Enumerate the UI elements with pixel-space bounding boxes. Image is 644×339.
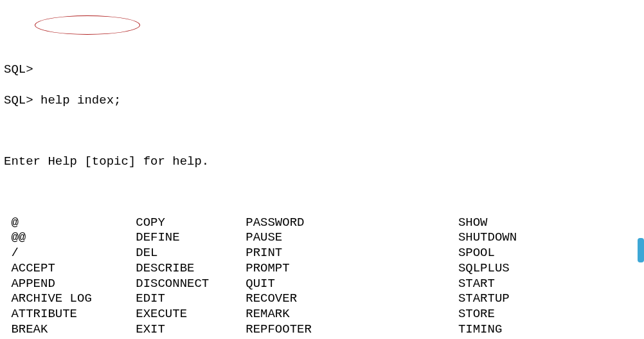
entered-command: help index;	[40, 93, 121, 107]
help-topics-row: @ COPY PASSWORD SHOW	[4, 215, 640, 231]
sql-prompt: SQL>	[4, 62, 33, 77]
blank-line	[4, 124, 640, 139]
help-topics-row: ARCHIVE LOG EDIT RECOVER STARTUP	[4, 291, 640, 307]
help-intro: Enter Help [topic] for help.	[4, 154, 640, 170]
prompt-line-empty: SQL>	[4, 62, 640, 78]
prompt-line-command[interactable]: SQL> help index;	[4, 93, 640, 109]
blank-line	[4, 185, 640, 200]
help-topics-row: / DEL PRINT SPOOL	[4, 246, 640, 261]
scrollbar-hint[interactable]	[638, 238, 644, 262]
help-topics-row: BREAK EXIT REPFOOTER TIMING	[4, 322, 640, 338]
help-topics-row: ACCEPT DESCRIBE PROMPT SQLPLUS	[4, 261, 640, 277]
help-topics-row: APPEND DISCONNECT QUIT START	[4, 277, 640, 292]
highlight-circle-annotation	[35, 15, 140, 35]
help-topics-row: ATTRIBUTE EXECUTE REMARK STORE	[4, 307, 640, 322]
sql-prompt: SQL>	[4, 93, 33, 107]
help-topics-table: @ COPY PASSWORD SHOW @@ DEFINE PAUSE SHU…	[4, 215, 640, 340]
help-topics-row: @@ DEFINE PAUSE SHUTDOWN	[4, 230, 640, 246]
